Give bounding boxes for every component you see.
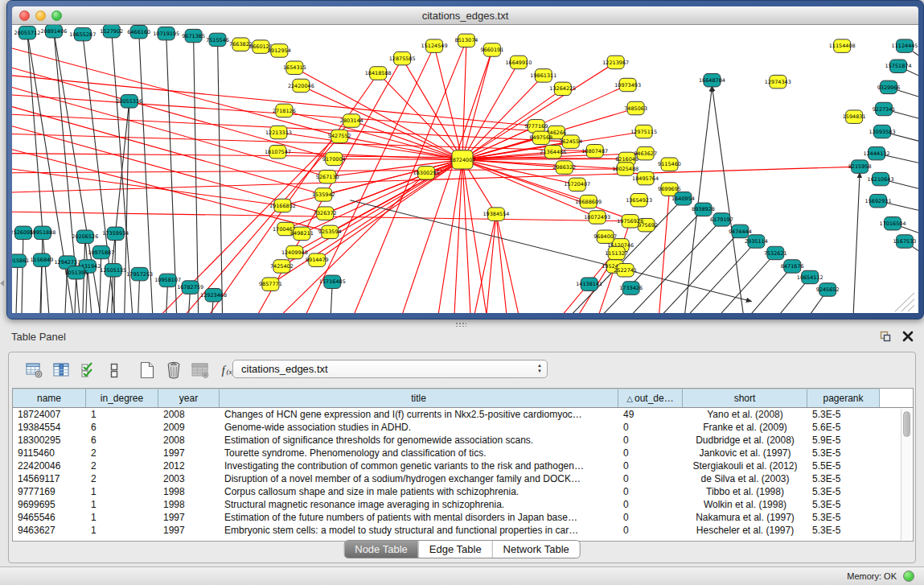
table-row[interactable]: 946362711997Embryonic stem cells: a mode…: [13, 524, 913, 537]
table-cell: Dudbridge et al. (2008): [683, 434, 807, 447]
graph-node-label: 16649910: [505, 60, 532, 66]
graph-node-label: 1535942: [312, 192, 335, 198]
graph-node-label: 18072493: [584, 214, 610, 220]
citation-network-graph: 2005571220891406106552871527902646616010…: [12, 25, 918, 313]
table-selector-dropdown[interactable]: citations_edges.txt ▲▼: [232, 360, 548, 378]
graph-node-label: 8498211: [290, 231, 314, 237]
network-canvas[interactable]: 2005571220891406106552871527902646616010…: [12, 25, 918, 313]
new-table-icon[interactable]: [138, 360, 157, 380]
graph-node-label: 10973493: [614, 82, 641, 89]
graph-node-label: 9245652: [816, 286, 840, 293]
delete-table-icon[interactable]: [164, 360, 183, 380]
table-row[interactable]: 946554611997Estimation of the future num…: [13, 511, 913, 524]
graph-node-label: 7425402: [270, 263, 294, 270]
zoom-window-button[interactable]: [51, 10, 62, 21]
column-header-short[interactable]: short: [683, 389, 807, 407]
close-panel-icon[interactable]: [901, 330, 914, 343]
table-cell: 22420046: [13, 459, 86, 472]
graph-node-label: 20206526: [72, 233, 98, 240]
memory-status-indicator[interactable]: [903, 571, 914, 582]
graph-node-label: 13264225: [549, 86, 576, 93]
graph-node-label: 9170004: [322, 156, 346, 163]
table-cell: 0: [618, 447, 683, 459]
table-row[interactable]: 911546021997Tourette syndrome. Phenomeno…: [13, 447, 913, 459]
table-cell: 0: [618, 485, 683, 498]
graph-node-label: 12875585: [389, 56, 416, 62]
graph-edge-black: [350, 200, 751, 302]
table-cell: Investigating the contribution of common…: [220, 459, 618, 472]
graph-node-label: 21364486: [540, 149, 566, 155]
graph-node-label: 1594831: [843, 113, 866, 120]
tab-node-table[interactable]: Node Table: [344, 541, 418, 558]
graph-node-label: 8914479: [306, 257, 329, 263]
show-columns-icon[interactable]: [51, 360, 71, 380]
table-options-icon[interactable]: [25, 360, 44, 380]
table-row[interactable]: 1938455462009Genome-wide association stu…: [13, 421, 913, 434]
graph-edge-red: [257, 59, 402, 313]
column-header-out-degree[interactable]: △out_de…: [618, 389, 683, 407]
graph-edge-black: [100, 253, 101, 313]
graph-node-label: 13654923: [626, 197, 652, 204]
select-all-icon[interactable]: [78, 360, 97, 380]
float-panel-icon[interactable]: [879, 330, 892, 343]
graph-node-label: 20055712: [14, 30, 40, 36]
sidebar-collapse-arrow-icon[interactable]: [0, 280, 4, 286]
table-row[interactable]: 1456911722003Disruption of a novel membe…: [13, 472, 913, 485]
graph-edge-red: [434, 46, 462, 159]
node-table: name in_degree year title △out_de… short…: [12, 388, 914, 542]
graph-node-label: 10654112: [797, 274, 823, 281]
tab-edge-table[interactable]: Edge Table: [418, 541, 492, 558]
table-cell: 5.6E-5: [807, 421, 880, 434]
table-cell: Structural magnetic resonance image aver…: [220, 498, 618, 511]
table-row[interactable]: 1872400712008Changes of HCN gene express…: [13, 408, 913, 421]
table-row[interactable]: 969969511998Structural magnetic resonanc…: [13, 498, 913, 511]
graph-edge-black: [22, 233, 23, 313]
table-cell: 6: [86, 434, 158, 447]
graph-edge-black: [107, 101, 129, 313]
graph-node-label: 1733426: [619, 285, 643, 291]
window-title: citations_edges.txt: [12, 6, 918, 25]
table-cell: 9699695: [13, 498, 86, 511]
column-header-year[interactable]: year: [158, 389, 220, 407]
graph-node-label: 9227341: [873, 106, 896, 113]
table-vertical-scrollbar[interactable]: [901, 409, 912, 540]
graph-node-label: 7326372: [314, 210, 337, 216]
graph-node-label: 10719195: [153, 31, 179, 37]
table-cell: Tourette syndrome. Phenomenology and cla…: [220, 447, 618, 459]
close-window-button[interactable]: [19, 10, 30, 21]
window-titlebar[interactable]: citations_edges.txt: [12, 6, 918, 25]
graph-node-label: 12409948: [281, 249, 308, 256]
unselect-all-icon[interactable]: [105, 360, 124, 380]
column-header-in-degree[interactable]: in_degree: [86, 389, 158, 407]
graph-node-label: 14138141: [576, 281, 602, 287]
table-row[interactable]: 1830029562008Estimation of significance …: [13, 434, 913, 447]
column-header-pagerank[interactable]: pagerank: [807, 389, 880, 407]
graph-node-label: 16210643: [868, 176, 894, 183]
table-row[interactable]: 2242004622012Investigating the contribut…: [13, 459, 913, 472]
canvas-resize-grip[interactable]: [895, 293, 914, 311]
table-cell: 5.3E-5: [807, 498, 880, 511]
graph-node-label: 8497568: [529, 135, 552, 142]
table-cell: 0: [618, 472, 683, 485]
scrollbar-thumb[interactable]: [903, 411, 910, 437]
table-cell: 14569117: [13, 472, 86, 485]
table-cell: 18724007: [13, 408, 86, 421]
table-cell: 1998: [158, 485, 220, 498]
graph-edge-red: [496, 214, 519, 313]
column-header-name[interactable]: name: [13, 389, 86, 407]
table-row[interactable]: 977716911998Corpus callosum shape and si…: [13, 485, 913, 498]
column-header-title[interactable]: title: [220, 389, 618, 407]
graph-edge-black: [689, 241, 757, 313]
graph-node-label: 2522741: [614, 267, 637, 274]
graph-edge-black: [166, 34, 177, 313]
graph-node-label: 12213967: [602, 60, 629, 66]
graph-node-label: 6216049: [615, 156, 639, 163]
minimize-window-button[interactable]: [35, 10, 46, 21]
table-cell: 2008: [158, 408, 220, 421]
graph-node-label: 6179197: [710, 216, 733, 223]
graph-node-label: 12923468: [200, 292, 227, 299]
graph-edge-red: [462, 76, 544, 159]
graph-node-label: 17359934: [102, 231, 129, 237]
tab-network-table[interactable]: Network Table: [492, 541, 580, 558]
import-table-icon[interactable]: [191, 360, 210, 380]
